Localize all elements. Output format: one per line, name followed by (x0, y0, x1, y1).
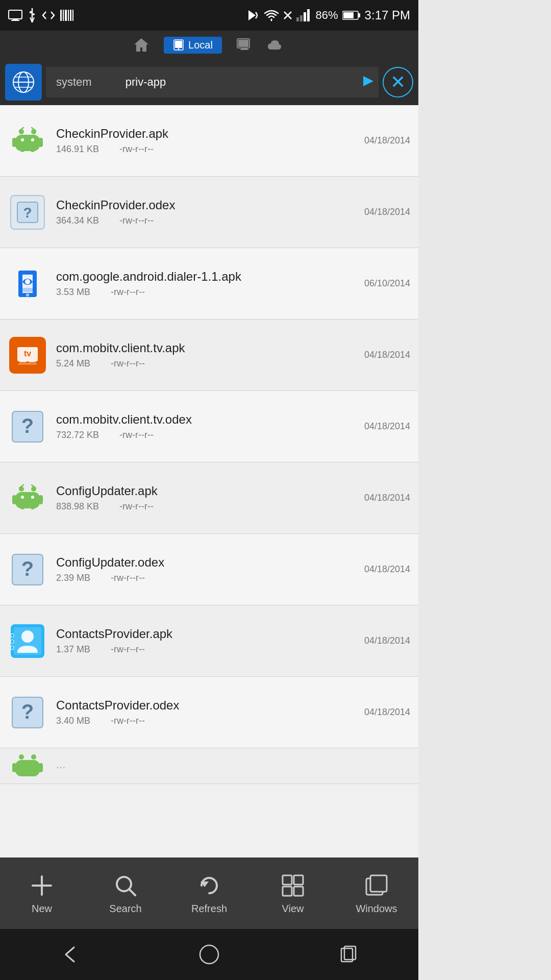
file-details: CheckinProvider.odex 364.34 KB -rw-r--r-… (56, 198, 364, 226)
svg-rect-4 (30, 11, 32, 13)
list-item[interactable]: ? com.mobitv.client.tv.odex 732.72 KB -r… (0, 391, 418, 462)
contacts-icon (8, 622, 47, 660)
svg-rect-50 (19, 360, 27, 362)
odex-icon-4: ? (8, 693, 47, 732)
list-item[interactable]: ContactsProvider.apk 1.37 MB -rw-r--r-- … (0, 605, 418, 677)
odex-icon-3: ? (8, 550, 47, 589)
list-item[interactable]: ? ConfigUpdater.odex 2.39 MB -rw-r--r-- … (0, 534, 418, 605)
svg-text:?: ? (23, 205, 32, 220)
file-meta: 3.40 MB -rw-r--r-- (56, 716, 364, 726)
new-button[interactable]: New (0, 872, 84, 915)
file-size: 732.72 KB (56, 430, 99, 440)
refresh-label: Refresh (191, 903, 227, 915)
view-label: View (282, 903, 304, 915)
mobitv-tv-icon: tv (14, 342, 41, 369)
list-item[interactable]: ... (0, 748, 418, 784)
home-nav-icon (198, 943, 220, 966)
svg-rect-15 (300, 15, 303, 21)
plus-icon (29, 872, 55, 899)
local-tab[interactable]: Local (164, 37, 222, 54)
battery-icon (342, 10, 361, 20)
svg-point-41 (21, 138, 24, 141)
file-date: 04/18/2014 (364, 493, 410, 503)
refresh-button[interactable]: Refresh (167, 872, 251, 915)
pc-icon[interactable] (236, 38, 253, 52)
plus-svg (31, 874, 53, 897)
file-details: ContactsProvider.apk 1.37 MB -rw-r--r-- (56, 627, 364, 655)
file-details: ... (56, 758, 410, 774)
svg-point-48 (25, 279, 30, 284)
home-icon[interactable] (133, 37, 149, 53)
recents-button[interactable] (333, 939, 364, 970)
svg-rect-59 (12, 495, 16, 504)
cloud-icon[interactable] (267, 38, 285, 52)
svg-rect-62 (31, 500, 35, 509)
file-name: com.mobitv.client.tv.apk (56, 341, 364, 355)
svg-rect-16 (304, 12, 306, 21)
file-meta: 2.39 MB -rw-r--r-- (56, 573, 364, 583)
local-label: Local (188, 39, 213, 51)
breadcrumb-priv-app[interactable]: priv-app (113, 67, 176, 97)
svg-rect-92 (370, 875, 387, 892)
file-details: ConfigUpdater.odex 2.39 MB -rw-r--r-- (56, 555, 364, 583)
windows-button[interactable]: Windows (335, 872, 418, 915)
refresh-icon (196, 872, 222, 899)
file-date: 04/18/2014 (364, 207, 410, 217)
svg-rect-11 (72, 10, 73, 21)
apk-icon (8, 121, 47, 160)
file-size: 3.53 MB (56, 287, 90, 298)
list-item[interactable]: com.google.android.dialer-1.1.apk 3.53 M… (0, 248, 418, 320)
svg-point-42 (31, 138, 34, 141)
svg-rect-14 (296, 17, 299, 21)
svg-rect-40 (31, 143, 35, 152)
clock: 3:17 PM (365, 8, 410, 22)
android-apk-icon-3 (8, 748, 47, 784)
svg-point-63 (21, 496, 24, 499)
svg-rect-6 (60, 10, 62, 21)
svg-text:?: ? (21, 557, 34, 580)
svg-point-78 (31, 754, 36, 760)
file-permissions: -rw-r--r-- (111, 287, 145, 298)
search-svg (114, 874, 137, 897)
list-item[interactable]: ? ContactsProvider.odex 3.40 MB -rw-r--r… (0, 677, 418, 748)
list-item[interactable]: ? CheckinProvider.odex 364.34 KB -rw-r--… (0, 177, 418, 248)
search-button[interactable]: Search (84, 872, 167, 915)
file-meta: 1.37 MB -rw-r--r-- (56, 644, 364, 655)
svg-point-71 (21, 630, 34, 643)
svg-rect-53 (18, 363, 37, 364)
file-date: 04/18/2014 (364, 421, 410, 432)
usb-icon (28, 8, 37, 22)
android-apk-icon-2 (8, 479, 47, 518)
breadcrumb-system[interactable]: system (46, 67, 102, 97)
tablet-icon (173, 39, 184, 51)
file-permissions: -rw-r--r-- (119, 501, 154, 512)
list-item[interactable]: CheckinProvider.apk 146.91 KB -rw-r--r--… (0, 105, 418, 177)
svg-rect-61 (20, 500, 24, 509)
svg-point-64 (31, 496, 34, 499)
back-button[interactable] (55, 939, 85, 970)
x-icon (283, 11, 292, 20)
svg-rect-2 (11, 20, 19, 21)
view-button[interactable]: View (251, 872, 335, 915)
close-button[interactable]: ✕ (383, 67, 413, 97)
file-details: com.google.android.dialer-1.1.apk 3.53 M… (56, 270, 364, 298)
file-permissions: -rw-r--r-- (119, 144, 154, 155)
odex-file-icon: ? (10, 195, 45, 230)
file-meta: 3.53 MB -rw-r--r-- (56, 287, 364, 298)
globe-button[interactable] (5, 64, 42, 101)
bottom-toolbar: New Search Refresh View (0, 857, 418, 929)
breadcrumb[interactable]: system priv-app (46, 67, 379, 97)
file-permissions: -rw-r--r-- (111, 358, 145, 369)
breadcrumb-arrow-icon (363, 76, 373, 86)
list-item[interactable]: tv com.mobitv.client.tv.apk 5.24 MB -rw-… (0, 320, 418, 391)
svg-rect-58 (15, 492, 40, 508)
file-details: ConfigUpdater.apk 838.98 KB -rw-r--r-- (56, 484, 364, 512)
svg-rect-74 (11, 646, 14, 650)
phone-apk-icon (10, 266, 45, 301)
home-button[interactable] (194, 939, 224, 970)
android-icon-3 (10, 749, 45, 783)
svg-point-93 (200, 945, 218, 964)
file-permissions: -rw-r--r-- (111, 644, 145, 655)
svg-rect-5 (33, 13, 35, 15)
list-item[interactable]: ConfigUpdater.apk 838.98 KB -rw-r--r-- 0… (0, 462, 418, 534)
